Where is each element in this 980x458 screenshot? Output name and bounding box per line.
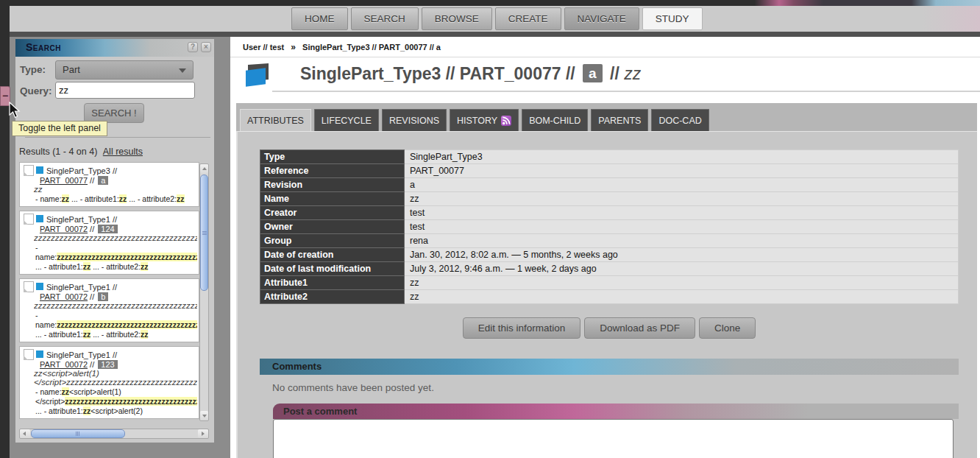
detail-text: name: bbox=[35, 253, 57, 261]
attribute-value: a bbox=[405, 178, 959, 192]
page-title-text: SinglePart_Type3 // PART_00077 // bbox=[300, 64, 575, 83]
clone-button[interactable]: Clone bbox=[699, 317, 756, 339]
comments-empty-message: No comments have been posted yet. bbox=[272, 382, 977, 393]
comment-textarea[interactable] bbox=[273, 419, 954, 458]
result-description: </script>zzzzzzzzzzzzzzzzzzzzzzzzzzzzzzz… bbox=[34, 378, 197, 387]
result-part-link[interactable]: PART_00072 bbox=[40, 360, 88, 369]
tab-parents[interactable]: PARENTS bbox=[591, 109, 648, 131]
title-divider bbox=[272, 91, 980, 92]
tab-revisions[interactable]: REVISIONS bbox=[382, 109, 447, 131]
detail-text: <script>alert(1) bbox=[69, 387, 121, 396]
attribute-label: Group bbox=[260, 234, 405, 248]
highlighted-match: zzzzzzzzzzzzzzzzzzzzzzzzzzzzzzzzzzzzzzzz… bbox=[57, 253, 197, 261]
document-icon bbox=[24, 281, 34, 292]
nav-button-search[interactable]: SEARCH bbox=[351, 7, 419, 30]
tab-label: LIFECYCLE bbox=[322, 110, 372, 132]
all-results-link[interactable]: All results bbox=[103, 147, 143, 157]
highlighted-match: zz bbox=[62, 387, 70, 396]
result-ref-line: PART_00077 // a bbox=[40, 176, 197, 185]
scroll-right-arrow[interactable] bbox=[198, 429, 208, 438]
attribute-value: zz bbox=[405, 192, 959, 206]
query-input[interactable] bbox=[55, 82, 195, 99]
breadcrumb: User // test » SinglePart_Type3 // PART_… bbox=[243, 42, 441, 52]
top-border-strip bbox=[0, 0, 980, 6]
results-count: Results (1 - 4 on 4) bbox=[19, 147, 97, 157]
result-revision-badge: b bbox=[98, 292, 108, 301]
result-description: zzzzzzzzzzzzzzzzzzzzzzzzzzzzzzzzzzzzzzzz… bbox=[34, 301, 197, 310]
page-title: SinglePart_Type3 // PART_00077 // a // z… bbox=[300, 64, 641, 84]
part-type-icon bbox=[36, 283, 43, 290]
tooltip: Toggle the left panel bbox=[12, 121, 107, 136]
download-pdf-button[interactable]: Download as PDF bbox=[584, 317, 695, 339]
type-label: Type: bbox=[20, 64, 46, 75]
close-icon[interactable]: × bbox=[201, 42, 211, 52]
tab-content: TypeSinglePart_Type3ReferencePART_00077R… bbox=[236, 131, 977, 458]
result-ref-line: PART_00072 // 123 bbox=[40, 360, 197, 369]
nav-button-navigate[interactable]: NAVIGATE bbox=[564, 7, 639, 30]
edit-information-button[interactable]: Edit this information bbox=[463, 317, 581, 339]
tab-doc-cad[interactable]: DOC-CAD bbox=[651, 109, 709, 131]
horizontal-scroll-thumb[interactable] bbox=[31, 429, 125, 438]
scroll-up-arrow[interactable] bbox=[200, 164, 208, 174]
detail-text: </script> bbox=[35, 397, 65, 406]
result-type-text: SinglePart_Type1 // bbox=[46, 283, 117, 292]
detail-text: - bbox=[35, 243, 38, 252]
action-buttons: Edit this informationDownload as PDFClon… bbox=[260, 317, 959, 339]
comments-title: Comments bbox=[272, 361, 322, 372]
horizontal-scrollbar[interactable] bbox=[19, 429, 209, 439]
tab-history[interactable]: HISTORY bbox=[450, 109, 519, 131]
result-item: SinglePart_Type1 //PART_00072 // 124zzzz… bbox=[19, 211, 199, 275]
nav-button-browse[interactable]: BROWSE bbox=[422, 7, 492, 30]
result-title-line: SinglePart_Type1 // bbox=[24, 349, 197, 360]
search-panel-header: Search ? × bbox=[15, 39, 214, 57]
mouse-cursor bbox=[9, 102, 23, 120]
table-row: TypeSinglePart_Type3 bbox=[260, 150, 959, 164]
tab-label: BOM-CHILD bbox=[529, 110, 580, 132]
tab-attributes[interactable]: ATTRIBUTES bbox=[240, 109, 311, 131]
search-submit-button[interactable]: SEARCH ! bbox=[84, 103, 144, 123]
panel-divider bbox=[25, 137, 210, 138]
attribute-value: Jan. 30, 2012, 8:02 a.m. — 5 months, 2 w… bbox=[405, 248, 959, 262]
tab-bom-child[interactable]: BOM-CHILD bbox=[522, 109, 588, 131]
result-item: SinglePart_Type1 //PART_00072 // 123zz<s… bbox=[19, 346, 199, 419]
result-detail-line: - name:zz<script>alert(1) bbox=[35, 387, 197, 396]
result-detail-line: name:zzzzzzzzzzzzzzzzzzzzzzzzzzzzzzzzzzz… bbox=[35, 253, 197, 261]
nav-button-create[interactable]: CREATE bbox=[495, 7, 561, 30]
vertical-scroll-thumb[interactable] bbox=[200, 175, 208, 291]
tab-lifecycle[interactable]: LIFECYCLE bbox=[314, 109, 379, 131]
nav-button-home[interactable]: HOME bbox=[291, 7, 348, 30]
type-select-value: Part bbox=[63, 64, 80, 75]
result-item: SinglePart_Type1 //PART_00072 // bzzzzzz… bbox=[19, 278, 199, 342]
result-description: zz bbox=[34, 185, 197, 194]
breadcrumb-user-link[interactable]: User // test bbox=[243, 43, 284, 52]
attribute-value: zz bbox=[405, 290, 959, 304]
vertical-scrollbar[interactable] bbox=[199, 163, 209, 421]
attribute-value: test bbox=[405, 220, 959, 234]
table-row: Ownertest bbox=[260, 220, 959, 234]
attribute-value: rena bbox=[405, 234, 959, 248]
scroll-down-arrow[interactable] bbox=[200, 411, 208, 420]
result-title-line: SinglePart_Type3 // bbox=[24, 165, 197, 176]
result-detail-line: ... - attribute1:zz<script>alert(2) bbox=[35, 406, 197, 415]
attribute-label: Type bbox=[260, 150, 405, 164]
result-part-link[interactable]: PART_00077 bbox=[40, 176, 88, 185]
attribute-value: zz bbox=[405, 276, 959, 290]
ref-separator: // bbox=[88, 176, 96, 185]
attribute-label: Attribute2 bbox=[260, 290, 405, 304]
breadcrumb-separator: » bbox=[291, 42, 296, 52]
rss-feed-icon[interactable] bbox=[501, 116, 511, 126]
result-part-link[interactable]: PART_00072 bbox=[40, 225, 88, 233]
breadcrumb-object-link[interactable]: SinglePart_Type3 // PART_00077 // a bbox=[302, 43, 441, 52]
main-content: User // test » SinglePart_Type3 // PART_… bbox=[230, 37, 980, 458]
scroll-left-arrow[interactable] bbox=[20, 429, 30, 438]
post-comment-header: Post a comment bbox=[273, 404, 959, 419]
tab-bar: ATTRIBUTESLIFECYCLEREVISIONSHISTORYBOM-C… bbox=[240, 109, 709, 131]
nav-button-study[interactable]: STUDY bbox=[642, 7, 703, 30]
tab-label: PARENTS bbox=[598, 110, 641, 132]
type-select[interactable]: Part bbox=[55, 60, 193, 80]
table-row: Creatortest bbox=[260, 206, 959, 220]
detail-text: - name: bbox=[35, 387, 62, 396]
part-icon bbox=[245, 63, 271, 88]
result-part-link[interactable]: PART_00072 bbox=[40, 292, 88, 301]
help-icon[interactable]: ? bbox=[188, 42, 198, 52]
